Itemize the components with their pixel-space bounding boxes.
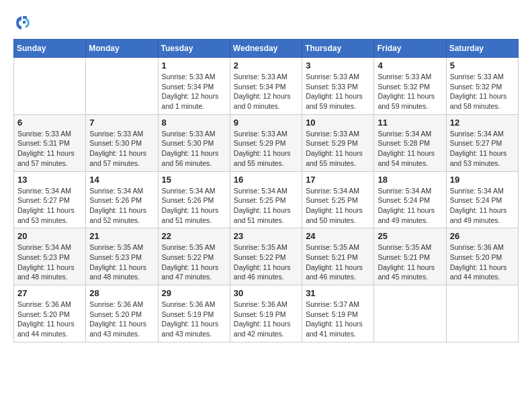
- weekday-header-sunday: Sunday: [14, 40, 86, 58]
- weekday-header-monday: Monday: [86, 40, 158, 58]
- calendar-cell: 23Sunrise: 5:35 AM Sunset: 5:22 PM Dayli…: [230, 228, 302, 285]
- weekday-header-thursday: Thursday: [302, 40, 374, 58]
- calendar-cell: 21Sunrise: 5:35 AM Sunset: 5:23 PM Dayli…: [86, 228, 158, 285]
- day-number: 23: [234, 231, 298, 241]
- calendar-cell: 22Sunrise: 5:35 AM Sunset: 5:22 PM Dayli…: [158, 228, 230, 285]
- calendar-cell: 19Sunrise: 5:34 AM Sunset: 5:24 PM Dayli…: [446, 171, 518, 228]
- logo-icon: [13, 13, 32, 32]
- page-header: [13, 13, 519, 32]
- day-number: 30: [234, 288, 298, 298]
- day-info: Sunrise: 5:35 AM Sunset: 5:21 PM Dayligh…: [306, 242, 370, 282]
- calendar-cell: 27Sunrise: 5:36 AM Sunset: 5:20 PM Dayli…: [14, 285, 86, 342]
- day-info: Sunrise: 5:36 AM Sunset: 5:19 PM Dayligh…: [234, 300, 298, 339]
- day-info: Sunrise: 5:34 AM Sunset: 5:25 PM Dayligh…: [306, 186, 370, 226]
- day-number: 4: [378, 60, 442, 71]
- day-info: Sunrise: 5:34 AM Sunset: 5:28 PM Dayligh…: [378, 129, 442, 169]
- calendar-cell: 14Sunrise: 5:34 AM Sunset: 5:26 PM Dayli…: [86, 171, 158, 228]
- calendar-cell: 18Sunrise: 5:34 AM Sunset: 5:24 PM Dayli…: [374, 171, 446, 228]
- calendar-cell: 3Sunrise: 5:33 AM Sunset: 5:33 PM Daylig…: [302, 58, 374, 115]
- day-number: 1: [162, 60, 226, 71]
- calendar-cell: 13Sunrise: 5:34 AM Sunset: 5:27 PM Dayli…: [14, 171, 86, 228]
- day-number: 21: [89, 231, 154, 241]
- day-number: 10: [306, 118, 370, 128]
- calendar-table: SundayMondayTuesdayWednesdayThursdayFrid…: [13, 39, 519, 342]
- day-number: 18: [378, 175, 442, 185]
- calendar-cell: 17Sunrise: 5:34 AM Sunset: 5:25 PM Dayli…: [302, 171, 374, 228]
- calendar-week-row: 27Sunrise: 5:36 AM Sunset: 5:20 PM Dayli…: [14, 285, 519, 342]
- day-number: 7: [89, 118, 154, 128]
- calendar-cell: [14, 58, 86, 115]
- calendar-cell: [86, 58, 158, 115]
- day-number: 16: [234, 175, 298, 185]
- calendar-cell: [374, 285, 446, 342]
- day-info: Sunrise: 5:36 AM Sunset: 5:20 PM Dayligh…: [17, 300, 82, 339]
- calendar-week-row: 6Sunrise: 5:33 AM Sunset: 5:31 PM Daylig…: [14, 114, 519, 171]
- day-info: Sunrise: 5:33 AM Sunset: 5:30 PM Dayligh…: [89, 129, 154, 169]
- day-number: 22: [162, 231, 226, 241]
- day-info: Sunrise: 5:33 AM Sunset: 5:30 PM Dayligh…: [162, 129, 226, 169]
- day-info: Sunrise: 5:34 AM Sunset: 5:24 PM Dayligh…: [450, 186, 515, 226]
- calendar-week-row: 1Sunrise: 5:33 AM Sunset: 5:34 PM Daylig…: [14, 58, 519, 115]
- day-number: 17: [306, 175, 370, 185]
- day-info: Sunrise: 5:36 AM Sunset: 5:20 PM Dayligh…: [450, 242, 515, 282]
- day-info: Sunrise: 5:33 AM Sunset: 5:33 PM Dayligh…: [306, 72, 370, 111]
- calendar-cell: 24Sunrise: 5:35 AM Sunset: 5:21 PM Dayli…: [302, 228, 374, 285]
- day-number: 24: [306, 231, 370, 241]
- day-number: 19: [450, 175, 515, 185]
- calendar-week-row: 13Sunrise: 5:34 AM Sunset: 5:27 PM Dayli…: [14, 171, 519, 228]
- day-number: 13: [17, 175, 82, 185]
- calendar-cell: 8Sunrise: 5:33 AM Sunset: 5:30 PM Daylig…: [158, 114, 230, 171]
- day-info: Sunrise: 5:34 AM Sunset: 5:27 PM Dayligh…: [450, 129, 515, 169]
- calendar-cell: 4Sunrise: 5:33 AM Sunset: 5:32 PM Daylig…: [374, 58, 446, 115]
- calendar-cell: 1Sunrise: 5:33 AM Sunset: 5:34 PM Daylig…: [158, 58, 230, 115]
- calendar-cell: 26Sunrise: 5:36 AM Sunset: 5:20 PM Dayli…: [446, 228, 518, 285]
- calendar-cell: 15Sunrise: 5:34 AM Sunset: 5:26 PM Dayli…: [158, 171, 230, 228]
- day-number: 27: [17, 288, 82, 298]
- calendar-cell: 12Sunrise: 5:34 AM Sunset: 5:27 PM Dayli…: [446, 114, 518, 171]
- day-number: 8: [162, 118, 226, 128]
- day-info: Sunrise: 5:33 AM Sunset: 5:34 PM Dayligh…: [162, 72, 226, 111]
- day-info: Sunrise: 5:33 AM Sunset: 5:31 PM Dayligh…: [17, 129, 82, 169]
- calendar-cell: 2Sunrise: 5:33 AM Sunset: 5:34 PM Daylig…: [230, 58, 302, 115]
- calendar-cell: 16Sunrise: 5:34 AM Sunset: 5:25 PM Dayli…: [230, 171, 302, 228]
- day-number: 3: [306, 60, 370, 71]
- weekday-header-friday: Friday: [374, 40, 446, 58]
- day-info: Sunrise: 5:34 AM Sunset: 5:26 PM Dayligh…: [162, 186, 226, 226]
- logo: [13, 13, 35, 32]
- calendar-week-row: 20Sunrise: 5:34 AM Sunset: 5:23 PM Dayli…: [14, 228, 519, 285]
- day-info: Sunrise: 5:35 AM Sunset: 5:23 PM Dayligh…: [89, 242, 154, 282]
- day-info: Sunrise: 5:33 AM Sunset: 5:29 PM Dayligh…: [234, 129, 298, 169]
- day-info: Sunrise: 5:35 AM Sunset: 5:21 PM Dayligh…: [378, 242, 442, 282]
- calendar-cell: [446, 285, 518, 342]
- day-info: Sunrise: 5:33 AM Sunset: 5:29 PM Dayligh…: [306, 129, 370, 169]
- day-info: Sunrise: 5:33 AM Sunset: 5:32 PM Dayligh…: [450, 72, 515, 111]
- day-info: Sunrise: 5:36 AM Sunset: 5:20 PM Dayligh…: [89, 300, 154, 339]
- calendar-cell: 28Sunrise: 5:36 AM Sunset: 5:20 PM Dayli…: [86, 285, 158, 342]
- calendar-cell: 31Sunrise: 5:37 AM Sunset: 5:19 PM Dayli…: [302, 285, 374, 342]
- day-info: Sunrise: 5:34 AM Sunset: 5:26 PM Dayligh…: [89, 186, 154, 226]
- calendar-cell: 10Sunrise: 5:33 AM Sunset: 5:29 PM Dayli…: [302, 114, 374, 171]
- calendar-cell: 11Sunrise: 5:34 AM Sunset: 5:28 PM Dayli…: [374, 114, 446, 171]
- day-number: 25: [378, 231, 442, 241]
- day-number: 6: [17, 118, 82, 128]
- calendar-cell: 6Sunrise: 5:33 AM Sunset: 5:31 PM Daylig…: [14, 114, 86, 171]
- weekday-header-wednesday: Wednesday: [230, 40, 302, 58]
- calendar-cell: 29Sunrise: 5:36 AM Sunset: 5:19 PM Dayli…: [158, 285, 230, 342]
- day-info: Sunrise: 5:35 AM Sunset: 5:22 PM Dayligh…: [234, 242, 298, 282]
- day-number: 15: [162, 175, 226, 185]
- weekday-header-row: SundayMondayTuesdayWednesdayThursdayFrid…: [14, 40, 519, 58]
- day-info: Sunrise: 5:36 AM Sunset: 5:19 PM Dayligh…: [162, 300, 226, 339]
- calendar-cell: 9Sunrise: 5:33 AM Sunset: 5:29 PM Daylig…: [230, 114, 302, 171]
- day-number: 14: [89, 175, 154, 185]
- day-info: Sunrise: 5:33 AM Sunset: 5:34 PM Dayligh…: [234, 72, 298, 111]
- day-info: Sunrise: 5:34 AM Sunset: 5:27 PM Dayligh…: [17, 186, 82, 226]
- calendar-cell: 25Sunrise: 5:35 AM Sunset: 5:21 PM Dayli…: [374, 228, 446, 285]
- day-number: 11: [378, 118, 442, 128]
- day-info: Sunrise: 5:33 AM Sunset: 5:32 PM Dayligh…: [378, 72, 442, 111]
- day-number: 20: [17, 231, 82, 241]
- day-info: Sunrise: 5:34 AM Sunset: 5:23 PM Dayligh…: [17, 242, 82, 282]
- day-number: 29: [162, 288, 226, 298]
- day-number: 9: [234, 118, 298, 128]
- day-number: 2: [234, 60, 298, 71]
- day-info: Sunrise: 5:34 AM Sunset: 5:24 PM Dayligh…: [378, 186, 442, 226]
